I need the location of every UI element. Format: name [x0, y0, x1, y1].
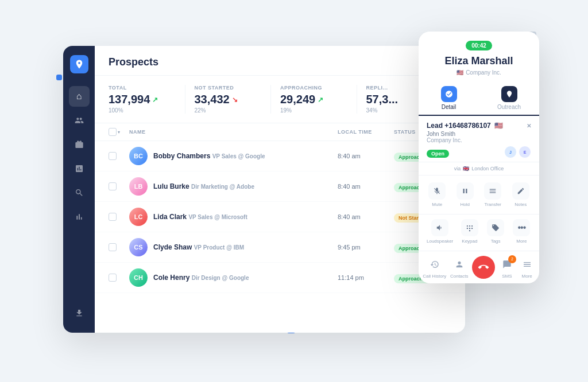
mute-icon	[428, 182, 446, 200]
row-time-2: 8:40 am	[338, 183, 389, 190]
mute-label: Mute	[432, 202, 442, 207]
call-timer: 00:42	[466, 41, 492, 50]
open-badge: Open	[427, 150, 449, 158]
tab-detail[interactable]: Detail	[419, 81, 479, 116]
mute-action[interactable]: Mute	[424, 180, 450, 209]
lead-avatar-2: E	[519, 146, 531, 158]
contacts-icon	[451, 256, 467, 272]
row-checkbox-3[interactable]	[109, 213, 125, 221]
tab-outreach[interactable]: Outreach	[479, 81, 539, 115]
col-header-time: LOCAL TIME	[338, 129, 389, 135]
phone-tabs: Detail Outreach	[419, 81, 539, 116]
notes-action[interactable]: Notes	[508, 180, 534, 209]
lead-company: Company Inc.	[427, 137, 531, 143]
table-row: CH Cole Henry Dir Design @ Google 11:14 …	[95, 263, 465, 293]
keypad-action[interactable]: Keypad	[458, 217, 481, 246]
row-time-5: 11:14 pm	[338, 274, 389, 281]
call-actions-row1: Mute Hold Transfer Notes	[419, 176, 539, 215]
row-checkbox-2[interactable]	[109, 182, 125, 190]
caller-company: 🇺🇸 Company Inc.	[428, 69, 530, 76]
nav-call-history[interactable]: Call History	[423, 256, 446, 279]
stat-not-started-label: NOT STARTED	[195, 85, 262, 91]
sidebar-item-download[interactable]	[69, 303, 90, 323]
transfer-icon	[484, 182, 501, 200]
phone-overlay: 00:42 Eliza Marshall 🇺🇸 Company Inc. Det…	[419, 32, 539, 283]
nav-sms[interactable]: 2 SMS	[499, 256, 515, 279]
row-name-3: Lida Clark VP Sales @ Microsoft	[153, 213, 247, 221]
nav-contacts[interactable]: Contacts	[450, 256, 469, 279]
call-actions-row2: Loudspeaker Keypad Tags ••• More	[419, 215, 539, 251]
caller-name: Eliza Marshall	[428, 55, 530, 67]
sidebar-item-users[interactable]	[69, 110, 90, 131]
row-name-block-1: Bobby Chambers VP Sales @ Google	[153, 152, 265, 160]
notes-icon	[512, 182, 529, 200]
row-checkbox-1[interactable]	[109, 152, 125, 160]
row-checkbox-4[interactable]	[109, 243, 125, 251]
stat-total-pct: 100%	[109, 107, 176, 114]
more-action[interactable]: ••• More	[510, 217, 533, 246]
transfer-action[interactable]: Transfer	[480, 180, 506, 209]
stat-total-label: TOTAL	[109, 85, 176, 91]
end-call-icon[interactable]	[472, 256, 495, 279]
row-time-4: 9:45 pm	[338, 244, 389, 251]
table-row: BC Bobby Chambers VP Sales @ Google 8:40…	[95, 141, 465, 171]
sidebar-item-search[interactable]	[69, 182, 90, 203]
avatar-cole-henry: CH	[129, 268, 148, 287]
tab-detail-label: Detail	[442, 104, 457, 110]
content-header: Prospects	[95, 46, 465, 76]
content-area: Prospects TOTAL 137,994 ↗ 100% NOT START…	[95, 46, 465, 333]
sidebar-item-bar-chart[interactable]	[69, 206, 90, 227]
sms-badge: 2	[508, 255, 516, 263]
row-name-1: Bobby Chambers VP Sales @ Google	[153, 152, 265, 160]
outreach-tab-icon	[501, 86, 517, 102]
sidebar-item-briefcase[interactable]	[69, 134, 90, 155]
phone-lead-section: Lead +16468786107 🇺🇸 ✕ John Smith Compan…	[419, 116, 539, 162]
stat-approaching-value: 29,249 ↗	[280, 93, 347, 106]
stat-not-started-value: 33,432 ↘	[195, 93, 262, 106]
nav-more[interactable]: More	[519, 256, 535, 279]
select-all-checkbox[interactable]	[109, 128, 117, 136]
lead-more-btn[interactable]: ✕	[527, 123, 531, 129]
detail-tab-icon	[441, 86, 457, 102]
nav-end-call[interactable]	[472, 256, 495, 279]
stat-not-started-trend: ↘	[232, 96, 238, 104]
stat-approaching-trend: ↗	[318, 96, 323, 104]
row-name-2: Lulu Burke Dir Marketing @ Adobe	[153, 182, 254, 190]
via-office: London Office	[471, 166, 504, 171]
row-checkbox-5[interactable]	[109, 274, 125, 282]
tags-action[interactable]: Tags	[484, 217, 508, 246]
more-nav-icon	[519, 256, 535, 272]
row-info-4: CS Clyde Shaw VP Product @ IBM	[129, 238, 333, 256]
stats-row: TOTAL 137,994 ↗ 100% NOT STARTED 33,432 …	[95, 76, 465, 123]
row-name-block-2: Lulu Burke Dir Marketing @ Adobe	[153, 182, 254, 190]
tags-icon	[487, 219, 504, 236]
avatar-lida-clark: LC	[129, 208, 148, 226]
lead-avatar-1: J	[504, 146, 517, 158]
table-row: CS Clyde Shaw VP Product @ IBM 9:45 pm A…	[95, 232, 465, 263]
stat-approaching-pct: 19%	[280, 107, 347, 114]
table-body: BC Bobby Chambers VP Sales @ Google 8:40…	[95, 141, 465, 333]
main-window: ⌂ Prospects TOTAL 137,	[63, 46, 465, 333]
phone-top: 00:42 Eliza Marshall 🇺🇸 Company Inc.	[419, 32, 539, 81]
table-row: LB Lulu Burke Dir Marketing @ Adobe 8:40…	[95, 171, 465, 202]
notes-label: Notes	[514, 202, 527, 207]
flag-icon: 🇺🇸	[457, 69, 463, 76]
stat-approaching-label: APPROACHING	[280, 85, 347, 91]
row-info-1: BC Bobby Chambers VP Sales @ Google	[129, 147, 333, 165]
hold-action[interactable]: Hold	[452, 180, 478, 209]
lead-number: Lead +16468786107 🇺🇸 ✕	[427, 122, 531, 130]
row-name-block-3: Lida Clark VP Sales @ Microsoft	[153, 213, 247, 221]
logo-icon	[74, 59, 84, 69]
row-name-5: Cole Henry Dir Design @ Google	[153, 274, 249, 282]
sidebar-item-chart[interactable]	[69, 158, 90, 179]
select-all-chevron[interactable]: ▾	[118, 130, 120, 135]
hold-icon	[457, 182, 474, 200]
row-time-3: 8:40 am	[338, 213, 389, 220]
decorative-dot-tl	[56, 75, 62, 80]
row-info-5: CH Cole Henry Dir Design @ Google	[129, 268, 333, 287]
sidebar-item-home[interactable]: ⌂	[69, 86, 90, 107]
row-info-2: LB Lulu Burke Dir Marketing @ Adobe	[129, 177, 333, 196]
lead-name: John Smith	[427, 131, 531, 137]
stat-total-value: 137,994 ↗	[109, 93, 176, 106]
loudspeaker-action[interactable]: Loudspeaker	[424, 217, 455, 246]
